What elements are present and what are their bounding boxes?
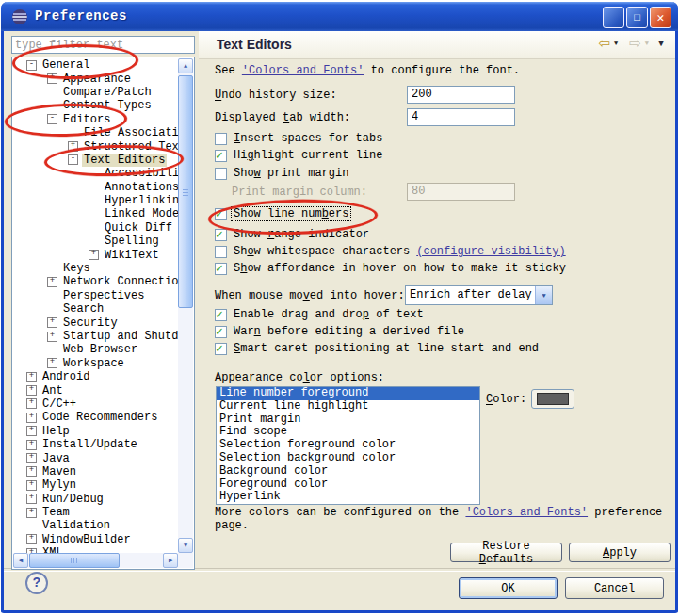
plus-toggle-icon[interactable]: + — [89, 250, 99, 260]
plus-toggle-icon[interactable]: + — [47, 73, 57, 84]
tree-item-annotations[interactable]: Annotations — [13, 181, 178, 194]
plus-toggle-icon[interactable]: + — [26, 440, 37, 450]
plus-toggle-icon[interactable]: + — [26, 453, 37, 463]
plus-toggle-icon[interactable]: + — [26, 494, 37, 504]
filter-input[interactable] — [11, 36, 195, 54]
color-option[interactable]: Selection background color — [217, 452, 479, 465]
vertical-scroll-thumb[interactable] — [178, 75, 193, 308]
configure-visibility-link[interactable]: (configure visibility) — [416, 245, 565, 258]
tree-item-file-associations[interactable]: File Associations — [13, 126, 178, 139]
checkbox-icon[interactable] — [215, 326, 227, 338]
tree-item-keys[interactable]: Keys — [13, 262, 178, 275]
minus-toggle-icon[interactable]: - — [68, 154, 78, 165]
color-option[interactable]: Print margin — [217, 413, 479, 427]
tree-item-workspace[interactable]: +Workspace — [13, 357, 178, 370]
plus-toggle-icon[interactable]: + — [26, 480, 37, 491]
title-bar[interactable]: Preferences _ □ ✕ — [1, 2, 678, 31]
color-option[interactable]: Hyperlink — [217, 491, 479, 504]
color-option[interactable]: Line number foreground — [217, 387, 479, 400]
tree-item-mylyn[interactable]: +Mylyn — [13, 478, 178, 492]
checkbox-smart-caret[interactable]: Smart caret positioning at line start an… — [215, 341, 541, 356]
restore-defaults-button[interactable]: Restore Defaults — [450, 543, 562, 562]
checkbox-show-line-numbers[interactable]: Show line numbers — [215, 206, 350, 221]
forward-arrow-icon[interactable]: ⇨ — [629, 35, 641, 52]
checkbox-insert-spaces[interactable]: Insert spaces for tabs — [215, 131, 384, 146]
back-arrow-icon[interactable]: ⇦ — [598, 35, 610, 52]
tree-item-maven[interactable]: +Maven — [13, 465, 178, 478]
checkbox-show-affordance[interactable]: Show affordance in hover on how to make … — [215, 261, 568, 276]
checkbox-highlight-line[interactable]: Highlight current line — [215, 148, 384, 163]
undo-history-field[interactable]: 200 — [407, 86, 515, 104]
tree-item-hyperlinking[interactable]: Hyperlinking — [13, 194, 178, 207]
checkbox-icon[interactable] — [215, 246, 227, 258]
tree-item-c-c-[interactable]: +C/C++ — [13, 397, 178, 411]
color-option[interactable]: Foreground color — [217, 478, 479, 492]
tree-item-web-browser[interactable]: Web Browser — [13, 343, 178, 356]
plus-toggle-icon[interactable]: + — [26, 508, 37, 518]
plus-toggle-icon[interactable]: + — [68, 141, 78, 152]
checkbox-show-range-indicator[interactable]: Show range indicator — [215, 227, 371, 242]
tree-item-general[interactable]: -General — [13, 58, 178, 72]
tree-item-text-editors[interactable]: -Text Editors — [13, 154, 178, 167]
tree-item-wikitext[interactable]: +WikiText — [13, 248, 178, 261]
tree-item-startup-and-shutdown[interactable]: +Startup and Shutdown — [13, 330, 178, 343]
tab-width-field[interactable]: 4 — [407, 108, 515, 126]
checkbox-icon[interactable] — [215, 229, 227, 241]
scroll-up-button[interactable]: ▲ — [178, 58, 193, 73]
tree-item-structured-text-editors[interactable]: +Structured Text Editors — [13, 139, 178, 153]
color-option[interactable]: Background color — [217, 465, 479, 478]
checkbox-icon[interactable] — [215, 133, 227, 145]
plus-toggle-icon[interactable]: + — [47, 277, 57, 287]
plus-toggle-icon[interactable]: + — [26, 385, 37, 396]
tree-item-search[interactable]: Search — [13, 302, 178, 316]
plus-toggle-icon[interactable]: + — [47, 358, 57, 368]
chevron-down-icon[interactable]: ▼ — [535, 286, 552, 304]
checkbox-print-margin[interactable]: Show print margin — [215, 166, 350, 181]
minimize-button[interactable]: _ — [603, 7, 624, 28]
tree-item-help[interactable]: +Help — [13, 425, 178, 438]
checkbox-warn-derived[interactable]: Warn before editing a derived file — [215, 324, 466, 339]
tree-item-windowbuilder[interactable]: +WindowBuilder — [13, 533, 178, 546]
color-option[interactable]: Selection foreground color — [217, 439, 479, 452]
appearance-color-list[interactable]: Line number foregroundCurrent line highl… — [216, 386, 480, 505]
tree-item-network-connections[interactable]: +Network Connections — [13, 275, 178, 288]
checkbox-show-whitespace[interactable]: Show whitespace characters (configure vi… — [215, 244, 566, 259]
scroll-right-button[interactable]: ▶ — [163, 553, 178, 568]
checkbox-enable-drag-drop[interactable]: Enable drag and drop of text — [215, 307, 426, 322]
checkbox-icon[interactable] — [215, 263, 227, 275]
checkbox-icon[interactable] — [215, 168, 227, 180]
tree-item-editors[interactable]: -Editors — [13, 113, 178, 126]
tree-item-compare-patch[interactable]: Compare/Patch — [13, 86, 178, 99]
tree-item-ant[interactable]: +Ant — [13, 383, 178, 397]
checkbox-icon[interactable] — [215, 343, 227, 355]
view-menu-icon[interactable]: ▼ — [658, 39, 664, 49]
minus-toggle-icon[interactable]: - — [26, 60, 37, 71]
plus-toggle-icon[interactable]: + — [26, 413, 37, 423]
scroll-left-button[interactable]: ◀ — [13, 553, 28, 568]
tree-item-spelling[interactable]: Spelling — [13, 235, 178, 248]
tree-item-java[interactable]: +Java — [13, 451, 178, 464]
color-swatch-button[interactable] — [531, 389, 574, 409]
hover-mode-select[interactable]: Enrich after delay ▼ — [405, 285, 553, 305]
horizontal-scroll-thumb[interactable] — [29, 553, 120, 568]
tree-item-perspectives[interactable]: Perspectives — [13, 289, 178, 302]
colors-and-fonts-link[interactable]: 'Colors and Fonts' — [242, 64, 364, 77]
tree-horizontal-scrollbar[interactable]: ◀ ▶ — [13, 553, 178, 568]
scroll-down-button[interactable]: ▼ — [178, 538, 193, 553]
minus-toggle-icon[interactable]: - — [47, 114, 57, 124]
plus-toggle-icon[interactable]: + — [47, 332, 57, 342]
plus-toggle-icon[interactable]: + — [26, 426, 37, 436]
tree-item-run-debug[interactable]: +Run/Debug — [13, 493, 178, 506]
tree-item-code-recommenders[interactable]: +Code Recommenders — [13, 411, 178, 424]
color-option[interactable]: Current line highlight — [217, 400, 479, 413]
tree-vertical-scrollbar[interactable]: ▲ ▼ — [178, 58, 193, 553]
tree-item-validation[interactable]: Validation — [13, 519, 178, 532]
tree-item-xml[interactable]: +XML — [13, 546, 178, 553]
checkbox-icon[interactable] — [215, 150, 227, 162]
plus-toggle-icon[interactable]: + — [47, 317, 57, 328]
tree-item-team[interactable]: +Team — [13, 506, 178, 519]
color-option[interactable]: Find scope — [217, 426, 479, 439]
close-button[interactable]: ✕ — [650, 7, 671, 28]
ok-button[interactable]: OK — [459, 577, 558, 599]
colors-and-fonts-link-2[interactable]: 'Colors and Fonts' — [465, 506, 588, 519]
